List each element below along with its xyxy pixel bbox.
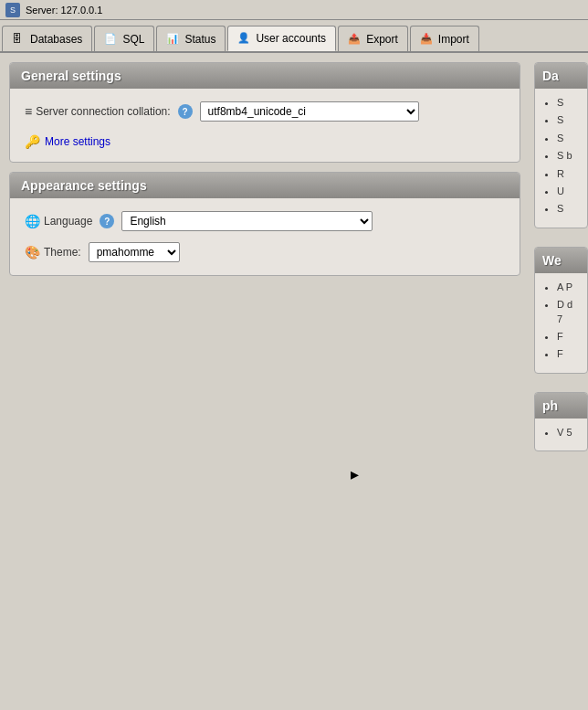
appearance-settings-section: Appearance settings 🌐 Language ? English…	[9, 172, 520, 276]
sql-icon: 📄	[104, 33, 119, 46]
import-icon: 📥	[420, 33, 435, 46]
theme-row: 🎨 Theme: pmahomme original metro	[25, 242, 505, 262]
tab-databases[interactable]: 🗄 Databases	[2, 26, 92, 51]
collation-prefix-icon: ≡	[25, 104, 32, 119]
language-info-icon[interactable]: ?	[100, 214, 114, 228]
tab-status[interactable]: 📊 Status	[156, 26, 226, 51]
tab-export[interactable]: 📤 Export	[338, 26, 408, 51]
right-web-section: We A P D d 7 F F	[534, 247, 588, 374]
title-bar: S Server: 127.0.0.1	[0, 0, 588, 20]
general-settings-header: General settings	[10, 63, 520, 89]
title-bar-text: Server: 127.0.0.1	[26, 5, 102, 16]
right-web-item: F	[557, 330, 580, 344]
right-data-item: R	[557, 167, 580, 181]
right-data-body: S S S S b R U S	[535, 89, 587, 228]
right-php-header: ph	[535, 393, 587, 419]
tab-sql[interactable]: 📄 SQL	[94, 26, 154, 51]
tab-user-accounts[interactable]: 👤 User accounts	[227, 26, 336, 51]
server-icon: S	[5, 3, 20, 17]
right-web-header: We	[535, 248, 587, 273]
tab-import-label: Import	[438, 33, 469, 46]
left-panel: General settings ≡ Server connection col…	[0, 53, 530, 710]
general-settings-title: General settings	[21, 69, 121, 83]
more-settings-link[interactable]: 🔑 More settings	[25, 134, 110, 149]
right-data-item: S	[557, 202, 580, 216]
tab-export-label: Export	[366, 33, 398, 46]
more-settings-label: More settings	[45, 135, 110, 148]
right-web-item: F	[557, 347, 580, 361]
right-php-section: ph V 5	[534, 392, 588, 451]
right-web-item: D d 7	[557, 298, 580, 326]
export-icon: 📤	[348, 33, 362, 46]
right-data-item: S	[557, 132, 580, 145]
right-data-header: Da	[535, 63, 587, 89]
appearance-settings-header: Appearance settings	[10, 173, 520, 198]
language-select[interactable]: English French German Spanish Japanese	[121, 211, 373, 231]
general-settings-section: General settings ≡ Server connection col…	[9, 62, 520, 163]
right-data-item: S	[557, 96, 580, 110]
theme-icon: 🎨	[25, 245, 40, 260]
language-icon: 🌐	[25, 214, 40, 228]
right-data-item: S	[557, 113, 580, 127]
right-php-item: V 5	[557, 426, 580, 440]
tab-status-label: Status	[184, 33, 215, 46]
key-icon: 🔑	[25, 134, 40, 149]
user-accounts-icon: 👤	[237, 32, 252, 45]
tab-bar: 🗄 Databases 📄 SQL 📊 Status 👤 User accoun…	[0, 20, 588, 53]
theme-select[interactable]: pmahomme original metro	[89, 242, 180, 262]
collation-row: ≡ Server connection collation: ? utf8mb4…	[25, 101, 505, 122]
theme-label: 🎨 Theme:	[25, 245, 81, 260]
appearance-settings-title: Appearance settings	[21, 178, 147, 193]
right-php-body: V 5	[535, 419, 587, 450]
right-data-item: S b	[557, 149, 580, 163]
tab-databases-label: Databases	[30, 33, 82, 46]
tab-import[interactable]: 📥 Import	[410, 26, 479, 51]
right-data-item: U	[557, 185, 580, 198]
tab-user-accounts-label: User accounts	[256, 32, 326, 45]
general-settings-body: ≡ Server connection collation: ? utf8mb4…	[10, 89, 520, 162]
collation-info-icon[interactable]: ?	[178, 104, 193, 119]
right-panel: Da S S S S b R U S We A P D d 7 F	[530, 53, 588, 710]
status-icon: 📊	[166, 33, 181, 46]
main-content: General settings ≡ Server connection col…	[0, 53, 588, 710]
right-web-body: A P D d 7 F F	[535, 273, 587, 373]
databases-icon: 🗄	[12, 33, 26, 46]
appearance-settings-body: 🌐 Language ? English French German Spani…	[10, 198, 520, 275]
collation-label: ≡ Server connection collation:	[25, 104, 171, 119]
language-label: 🌐 Language	[25, 214, 92, 228]
right-web-item: A P	[557, 281, 580, 294]
right-data-section: Da S S S S b R U S	[534, 62, 588, 228]
more-settings-row: 🔑 More settings	[25, 132, 505, 149]
collation-select[interactable]: utf8mb4_unicode_ci utf8_general_ci latin…	[200, 101, 419, 122]
language-row: 🌐 Language ? English French German Spani…	[25, 211, 505, 231]
tab-sql-label: SQL	[122, 33, 144, 46]
